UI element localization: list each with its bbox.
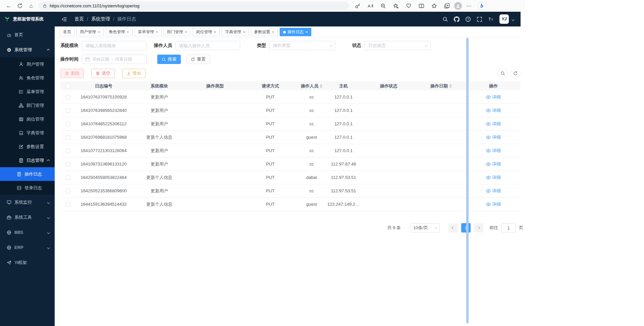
sidebar-item-menu-mgmt[interactable]: 菜单管理 bbox=[0, 85, 55, 99]
app-logo[interactable]: 意框架管理系统 bbox=[0, 12, 55, 26]
table-row[interactable]: 1642505235366809600 更新用户 PUT cc 112.97.5… bbox=[60, 184, 521, 198]
row-checkbox[interactable] bbox=[66, 202, 70, 207]
status-select[interactable]: 日志状态 bbox=[365, 41, 431, 50]
close-icon[interactable]: × bbox=[272, 30, 275, 34]
page-size-select[interactable]: 10条/页 bbox=[410, 223, 440, 233]
prev-page-button[interactable] bbox=[448, 223, 458, 233]
row-checkbox[interactable] bbox=[66, 95, 70, 100]
refresh-icon[interactable] bbox=[14, 1, 25, 11]
zoom-out-icon[interactable] bbox=[378, 1, 389, 11]
help-icon[interactable]: ? bbox=[465, 16, 471, 22]
table-row[interactable]: 1641076465225306112 更新用户 PUT cc 127.0.0.… bbox=[60, 117, 521, 131]
detail-link[interactable]: 详细 bbox=[486, 201, 501, 207]
sidebar-item-dept-mgmt[interactable]: 部门管理 bbox=[0, 99, 55, 112]
close-icon[interactable]: × bbox=[305, 30, 308, 34]
sidebar-item-post-mgmt[interactable]: 岗位管理 bbox=[0, 112, 55, 126]
sidebar-item-erp[interactable]: ERP bbox=[0, 240, 55, 255]
detail-link[interactable]: 详细 bbox=[486, 161, 501, 167]
row-checkbox[interactable] bbox=[66, 175, 70, 180]
tab-menu-mgmt[interactable]: 菜单管理× bbox=[135, 28, 162, 36]
next-page-button[interactable] bbox=[474, 223, 483, 233]
table-row[interactable]: 1642504558053822464 更新个人信息 PUT dabai 112… bbox=[60, 171, 521, 184]
type-select[interactable]: 操作类型 bbox=[269, 41, 335, 50]
sidebar-item-system-monitor[interactable]: 系统监控 bbox=[0, 195, 55, 210]
refresh-table-icon[interactable] bbox=[511, 68, 521, 78]
fullscreen-icon[interactable] bbox=[477, 16, 482, 22]
detail-link[interactable]: 详细 bbox=[486, 108, 501, 114]
clear-button[interactable]: 清空 bbox=[91, 69, 115, 78]
export-button[interactable]: 导出 bbox=[122, 69, 146, 78]
reset-button[interactable]: 重置 bbox=[186, 55, 210, 64]
row-checkbox[interactable] bbox=[66, 122, 70, 126]
operator-input[interactable] bbox=[175, 41, 240, 50]
col-date[interactable]: 操作日期 bbox=[416, 83, 466, 89]
table-row[interactable]: 1641076968181075968 更新个人信息 PUT guest 127… bbox=[60, 131, 521, 144]
select-all-checkbox[interactable] bbox=[66, 84, 70, 88]
table-row[interactable]: 1644159136394514432 更新个人信息 PUT guest 122… bbox=[60, 198, 521, 211]
detail-link[interactable]: 详细 bbox=[486, 188, 501, 194]
copilot-bing-icon[interactable]: b bbox=[478, 2, 486, 10]
page-scrollbar[interactable] bbox=[466, 38, 469, 323]
password-key-icon[interactable] bbox=[352, 1, 363, 11]
tab-oper-log[interactable]: 操作日志× bbox=[280, 28, 311, 36]
table-row[interactable]: 1641077221303128064 更新用户 PUT cc 127.0.0.… bbox=[60, 144, 521, 157]
sidebar-item-user-mgmt[interactable]: 用户管理 bbox=[0, 57, 55, 71]
profile-avatar[interactable] bbox=[454, 2, 462, 10]
font-size-icon[interactable]: TT bbox=[488, 16, 494, 22]
close-icon[interactable]: × bbox=[243, 30, 246, 34]
goto-page-input[interactable] bbox=[501, 223, 516, 233]
sidebar-item-login-log[interactable]: 登录日志 bbox=[0, 181, 55, 195]
back-icon[interactable]: ← bbox=[3, 1, 14, 11]
module-input[interactable] bbox=[82, 41, 147, 50]
detail-link[interactable]: 详细 bbox=[486, 148, 501, 154]
search-button[interactable]: 搜索 bbox=[157, 55, 181, 64]
sidebar-item-oper-log[interactable]: 操作日志 bbox=[0, 167, 55, 181]
sidebar-item-role-mgmt[interactable]: 角色管理 bbox=[0, 71, 55, 85]
detail-link[interactable]: 详细 bbox=[486, 121, 501, 127]
row-checkbox[interactable] bbox=[66, 108, 70, 113]
close-icon[interactable]: × bbox=[214, 30, 216, 34]
search-icon[interactable] bbox=[442, 16, 448, 22]
github-icon[interactable] bbox=[454, 16, 460, 22]
sort-icon[interactable] bbox=[449, 84, 452, 88]
close-icon[interactable]: × bbox=[98, 30, 100, 34]
tab-post-mgmt[interactable]: 岗位管理× bbox=[193, 28, 220, 36]
collections-icon[interactable] bbox=[441, 1, 452, 11]
row-checkbox[interactable] bbox=[66, 189, 70, 193]
close-icon[interactable]: × bbox=[127, 30, 129, 34]
settings-more-icon[interactable]: ⋯ bbox=[464, 1, 475, 11]
user-avatar[interactable]: YJ bbox=[499, 14, 509, 24]
add-favorite-icon[interactable] bbox=[390, 1, 401, 11]
tab-user-mgmt[interactable]: 用户管理× bbox=[76, 28, 104, 36]
tab-dept-mgmt[interactable]: 部门管理× bbox=[164, 28, 191, 36]
row-checkbox[interactable] bbox=[66, 135, 70, 140]
delete-button[interactable]: 删除 bbox=[60, 69, 84, 78]
sidebar-item-param-settings[interactable]: 参数设置 bbox=[0, 140, 55, 153]
tab-role-mgmt[interactable]: 角色管理× bbox=[106, 28, 133, 36]
detail-link[interactable]: 详细 bbox=[486, 134, 501, 140]
detail-link[interactable]: 详细 bbox=[486, 94, 501, 100]
sidebar-item-log-mgmt[interactable]: 日志管理 bbox=[0, 153, 55, 167]
sort-icon[interactable] bbox=[320, 84, 322, 88]
sidebar-item-bbs[interactable]: BBS bbox=[0, 225, 55, 240]
table-row[interactable]: 1641087313696133120 更新用户 PUT cc 112.97.8… bbox=[60, 157, 521, 171]
row-checkbox[interactable] bbox=[66, 148, 70, 153]
split-screen-icon[interactable] bbox=[416, 1, 427, 11]
close-icon[interactable]: × bbox=[156, 30, 158, 34]
row-checkbox[interactable] bbox=[66, 162, 70, 167]
breadcrumb-item[interactable]: 系统管理 bbox=[91, 16, 110, 22]
show-search-icon[interactable] bbox=[498, 68, 508, 78]
address-bar[interactable]: https://ccnetcore.com:1101/system/log/op… bbox=[39, 2, 349, 10]
date-range-picker[interactable]: 开始日期 - 结束日期 bbox=[82, 55, 147, 64]
tab-dict-mgmt[interactable]: 字典管理× bbox=[222, 28, 249, 36]
breadcrumb-item[interactable]: 首页 bbox=[74, 16, 84, 22]
tab-home[interactable]: 首页 bbox=[60, 28, 74, 36]
sidebar-item-yi-framework[interactable]: Yi框架 bbox=[0, 255, 55, 270]
detail-link[interactable]: 详细 bbox=[486, 175, 501, 181]
sidebar-item-system-tools[interactable]: 系统工具 bbox=[0, 210, 55, 225]
col-operator[interactable]: 操作人员 bbox=[298, 83, 325, 89]
browser-essentials-icon[interactable] bbox=[403, 1, 414, 11]
collapse-sidebar-icon[interactable] bbox=[61, 16, 67, 22]
table-row[interactable]: 1641076398565232640 更新用户 PUT cc 127.0.0.… bbox=[60, 104, 521, 117]
read-aloud-icon[interactable]: A bbox=[365, 1, 376, 11]
